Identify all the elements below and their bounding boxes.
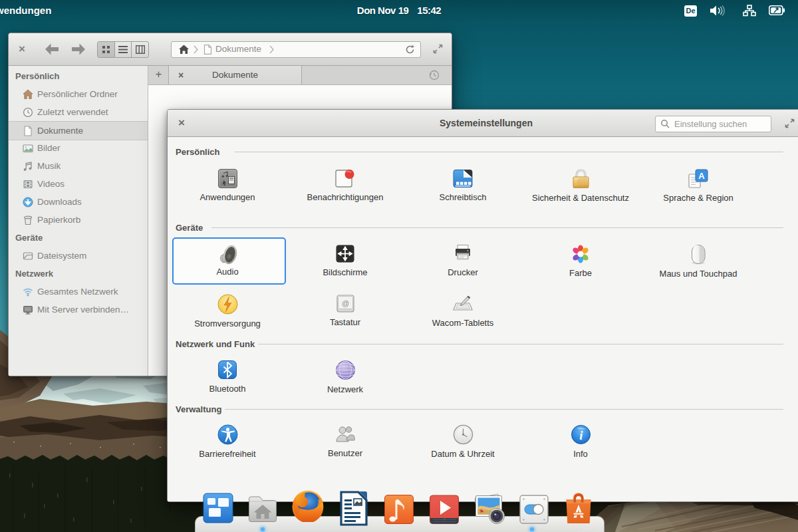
svg-text:i: i — [579, 428, 583, 442]
svg-text:@: @ — [341, 299, 348, 307]
svg-text:A: A — [698, 171, 705, 181]
